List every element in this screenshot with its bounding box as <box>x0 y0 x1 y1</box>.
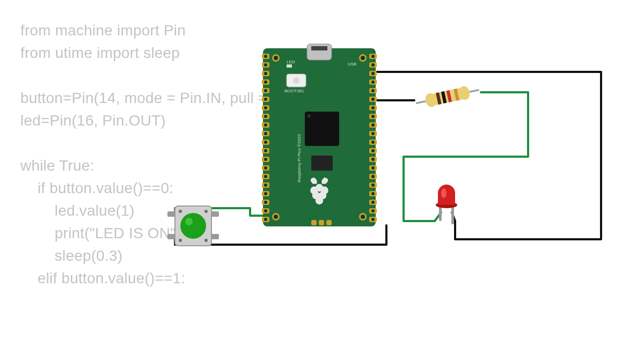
svg-point-74 <box>371 149 375 152</box>
pico-usb-label: USB <box>348 62 356 67</box>
svg-point-36 <box>264 158 267 161</box>
svg-point-125 <box>441 188 447 198</box>
svg-point-28 <box>264 123 267 127</box>
svg-point-98 <box>361 215 365 219</box>
svg-rect-104 <box>311 220 317 225</box>
svg-point-44 <box>264 192 267 195</box>
svg-point-102 <box>293 77 299 84</box>
svg-point-46 <box>264 201 267 204</box>
svg-point-72 <box>371 141 375 144</box>
pico-led-label: LED <box>287 60 295 64</box>
svg-point-96 <box>274 215 278 219</box>
svg-point-8 <box>204 239 208 242</box>
svg-point-60 <box>371 89 375 92</box>
svg-point-52 <box>371 55 375 58</box>
svg-point-7 <box>179 239 182 242</box>
wire-resistor-to-led <box>404 92 528 221</box>
pushbutton-cap <box>180 213 206 239</box>
svg-point-64 <box>371 106 375 109</box>
svg-point-30 <box>264 132 267 135</box>
svg-point-24 <box>264 106 267 109</box>
svg-point-6 <box>204 210 208 213</box>
svg-rect-123 <box>451 206 454 224</box>
svg-point-80 <box>371 175 375 178</box>
svg-point-5 <box>179 210 182 213</box>
led-red <box>436 185 457 224</box>
svg-point-12 <box>264 55 267 58</box>
svg-point-92 <box>274 56 278 60</box>
svg-point-112 <box>316 197 323 204</box>
svg-point-84 <box>371 192 375 195</box>
svg-rect-101 <box>311 156 333 171</box>
svg-point-70 <box>371 132 375 135</box>
svg-point-82 <box>371 183 375 187</box>
svg-point-22 <box>264 98 267 101</box>
svg-point-76 <box>371 158 375 161</box>
svg-point-100 <box>308 114 311 117</box>
svg-point-78 <box>371 166 375 170</box>
svg-point-9 <box>185 218 193 225</box>
svg-point-90 <box>371 218 375 221</box>
pico-silk-text: Raspberry Pi Pico ©2020 <box>297 134 302 182</box>
svg-point-66 <box>371 115 375 118</box>
svg-point-26 <box>264 115 267 118</box>
pico-bootsel-label: BOOTSEL <box>284 89 305 93</box>
svg-point-94 <box>361 56 365 60</box>
svg-point-68 <box>371 123 375 127</box>
svg-point-40 <box>264 175 267 178</box>
svg-point-32 <box>264 141 267 144</box>
svg-point-88 <box>371 209 375 212</box>
circuit-diagram: from machine import Pin from utime impor… <box>0 0 644 338</box>
svg-point-16 <box>264 72 267 75</box>
svg-point-18 <box>264 80 267 84</box>
svg-point-38 <box>264 166 267 170</box>
svg-point-56 <box>371 72 375 75</box>
svg-rect-105 <box>319 220 324 225</box>
svg-point-14 <box>264 63 267 67</box>
svg-point-58 <box>371 80 375 84</box>
resistor <box>415 83 481 110</box>
svg-point-34 <box>264 149 267 152</box>
svg-point-86 <box>371 201 375 204</box>
raspberry-pi-pico: LED USB BOOTSEL Raspberry Pi Pico ©2020 <box>262 44 377 226</box>
svg-point-20 <box>264 89 267 92</box>
svg-point-42 <box>264 183 267 187</box>
svg-point-50 <box>264 218 267 221</box>
svg-rect-122 <box>439 206 442 221</box>
svg-point-62 <box>371 98 375 101</box>
svg-rect-99 <box>311 46 327 50</box>
svg-point-54 <box>371 63 375 67</box>
svg-point-48 <box>264 209 267 212</box>
svg-rect-106 <box>326 220 332 225</box>
svg-rect-103 <box>287 64 292 68</box>
pushbutton <box>167 206 219 246</box>
